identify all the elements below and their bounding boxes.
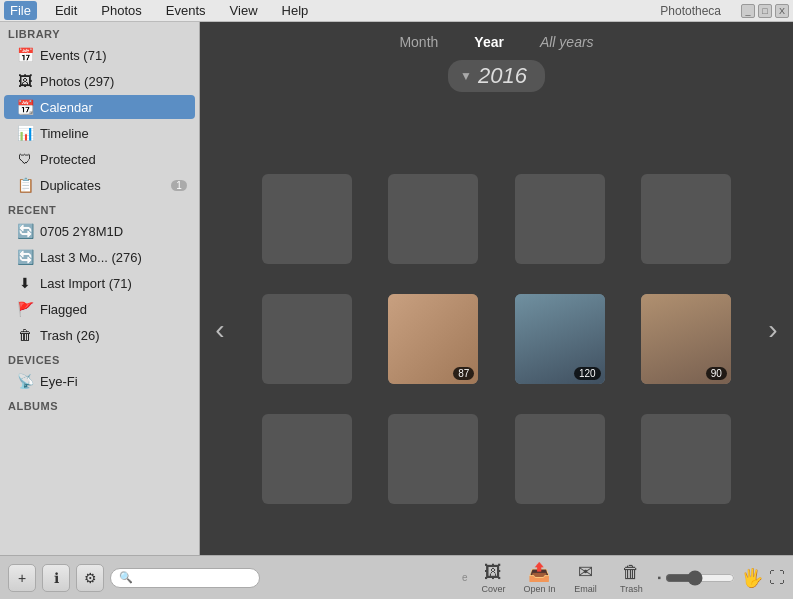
sidebar-item-last-import[interactable]: ⬇ Last Import (71)	[4, 271, 195, 295]
sidebar-item-timeline[interactable]: 📊 Timeline	[4, 121, 195, 145]
window-title: Phototheca	[660, 4, 721, 18]
cover-icon: 🖼	[484, 562, 502, 583]
month-cell-5[interactable]	[250, 276, 364, 384]
month-thumb-2[interactable]	[388, 174, 478, 264]
month-thumb-1[interactable]	[262, 174, 352, 264]
menu-view[interactable]: View	[224, 1, 264, 20]
photos-icon: 🖼	[16, 72, 34, 90]
search-input[interactable]	[137, 571, 251, 585]
calendar-label: Calendar	[40, 100, 93, 115]
menu-edit[interactable]: Edit	[49, 1, 83, 20]
settings-button[interactable]: ⚙	[76, 564, 104, 592]
last-import-icon: ⬇	[16, 274, 34, 292]
close-button[interactable]: X	[775, 4, 789, 18]
flagged-label: Flagged	[40, 302, 87, 317]
month-thumb-11[interactable]	[515, 414, 605, 504]
flagged-icon: 🚩	[16, 300, 34, 318]
month-cell-9[interactable]	[250, 396, 364, 504]
trash-label: Trash	[620, 584, 643, 594]
sidebar-item-events[interactable]: 📅 Events (71)	[4, 43, 195, 67]
trash-icon: 🗑	[16, 326, 34, 344]
menu-bar: File Edit Photos Events View Help Photot…	[0, 0, 793, 22]
month-cell-1[interactable]	[250, 156, 364, 264]
duplicates-badge: 1	[171, 180, 187, 191]
email-icon: ✉	[578, 561, 593, 583]
menu-photos[interactable]: Photos	[95, 1, 147, 20]
month-cell-8[interactable]: 90	[629, 276, 743, 384]
fullscreen-icon[interactable]: ⛶	[769, 569, 785, 587]
month-thumb-4[interactable]	[641, 174, 731, 264]
maximize-button[interactable]: □	[758, 4, 772, 18]
trash-label: Trash (26)	[40, 328, 99, 343]
recent1-icon: 🔄	[16, 222, 34, 240]
menu-events[interactable]: Events	[160, 1, 212, 20]
minimize-button[interactable]: _	[741, 4, 755, 18]
hand-tool-icon[interactable]: 🖐	[741, 567, 763, 589]
recent-header: RECENT	[0, 198, 199, 218]
recent1-label: 0705 2Y8M1D	[40, 224, 123, 239]
add-button[interactable]: +	[8, 564, 36, 592]
trash-action-icon: 🗑	[622, 562, 640, 583]
albums-header: ALBUMS	[0, 394, 199, 414]
toolbar: + ℹ ⚙ 🔍 e 🖼 Cover 📤 Open In ✉ Email 🗑 Tr…	[0, 555, 793, 599]
sidebar-item-flagged[interactable]: 🚩 Flagged	[4, 297, 195, 321]
month-cell-2[interactable]	[376, 156, 490, 264]
month-thumb-7[interactable]: 120	[515, 294, 605, 384]
recent2-icon: 🔄	[16, 248, 34, 266]
sidebar-item-trash[interactable]: 🗑 Trash (26)	[4, 323, 195, 347]
cover-label: Cover	[481, 584, 505, 594]
month-cell-12[interactable]	[629, 396, 743, 504]
month-thumb-5[interactable]	[262, 294, 352, 384]
timeline-label: Timeline	[40, 126, 89, 141]
tab-all-years[interactable]: All years	[536, 32, 598, 52]
search-box[interactable]: 🔍	[110, 568, 260, 588]
menu-help[interactable]: Help	[276, 1, 315, 20]
eyefi-icon: 📡	[16, 372, 34, 390]
month-thumb-10[interactable]	[388, 414, 478, 504]
duplicates-label: Duplicates	[40, 178, 101, 193]
month-thumb-3[interactable]	[515, 174, 605, 264]
prev-arrow[interactable]: ‹	[200, 300, 240, 360]
library-header: LIBRARY	[0, 22, 199, 42]
sidebar-item-duplicates[interactable]: 📋 Duplicates 1	[4, 173, 195, 197]
month-cell-6[interactable]: 87	[376, 276, 490, 384]
sidebar-item-eyefi[interactable]: 📡 Eye-Fi	[4, 369, 195, 393]
year-value: 2016	[478, 63, 527, 89]
sidebar-item-photos[interactable]: 🖼 Photos (297)	[4, 69, 195, 93]
events-icon: 📅	[16, 46, 34, 64]
size-slider[interactable]	[665, 570, 735, 586]
month-thumb-6[interactable]: 87	[388, 294, 478, 384]
sidebar-item-recent1[interactable]: 🔄 0705 2Y8M1D	[4, 219, 195, 243]
year-display[interactable]: ▼ 2016	[448, 60, 545, 92]
main-layout: LIBRARY 📅 Events (71) 🖼 Photos (297) 📆 C…	[0, 22, 793, 555]
calendar-grid: 87 120 90	[240, 156, 753, 504]
month-cell-11[interactable]	[503, 396, 617, 504]
last-import-label: Last Import (71)	[40, 276, 132, 291]
trash-action[interactable]: 🗑 Trash	[611, 562, 651, 594]
tab-year[interactable]: Year	[470, 32, 508, 52]
email-action[interactable]: ✉ Email	[565, 561, 605, 594]
sidebar-item-recent2[interactable]: 🔄 Last 3 Mo... (276)	[4, 245, 195, 269]
menu-file[interactable]: File	[4, 1, 37, 20]
month-thumb-12[interactable]	[641, 414, 731, 504]
month-thumb-8[interactable]: 90	[641, 294, 731, 384]
month-cell-3[interactable]	[503, 156, 617, 264]
month-cell-10[interactable]	[376, 396, 490, 504]
open-in-icon: 📤	[528, 561, 550, 583]
protected-icon: 🛡	[16, 150, 34, 168]
next-arrow[interactable]: ›	[753, 300, 793, 360]
info-button[interactable]: ℹ	[42, 564, 70, 592]
month-thumb-9[interactable]	[262, 414, 352, 504]
cover-action[interactable]: 🖼 Cover	[473, 562, 513, 594]
sidebar: LIBRARY 📅 Events (71) 🖼 Photos (297) 📆 C…	[0, 22, 200, 555]
timeline-icon: 📊	[16, 124, 34, 142]
sidebar-item-protected[interactable]: 🛡 Protected	[4, 147, 195, 171]
content-area: Month Year All years ▼ 2016 ‹	[200, 22, 793, 555]
sidebar-item-calendar[interactable]: 📆 Calendar	[4, 95, 195, 119]
month-cell-7[interactable]: 120	[503, 276, 617, 384]
open-in-label: Open In	[523, 584, 555, 594]
tab-month[interactable]: Month	[395, 32, 442, 52]
month-cell-4[interactable]	[629, 156, 743, 264]
email-label: Email	[574, 584, 597, 594]
open-in-action[interactable]: 📤 Open In	[519, 561, 559, 594]
